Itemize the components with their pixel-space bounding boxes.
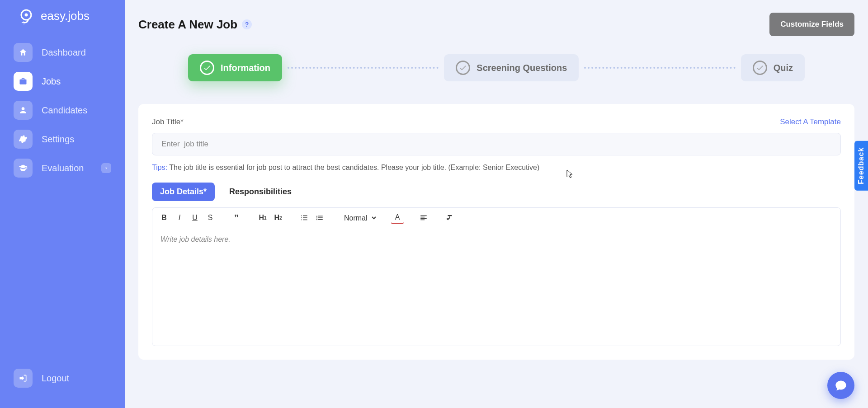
italic-icon[interactable]: I	[173, 211, 186, 224]
user-icon	[14, 101, 33, 120]
main-content: Create A New Job ? Customize Fields Info…	[125, 0, 868, 408]
svg-point-1	[25, 14, 28, 17]
step-information[interactable]: Information	[188, 54, 282, 81]
align-icon[interactable]	[417, 211, 430, 224]
brand-logo[interactable]: easy.jobs	[14, 7, 111, 25]
tips-label: Tips:	[152, 164, 167, 171]
sidebar-item-dashboard[interactable]: Dashboard	[14, 43, 111, 62]
tab-responsibilities[interactable]: Responsibilities	[221, 183, 300, 201]
tabs: Job Details* Responsibilities	[152, 183, 841, 201]
ordered-list-icon[interactable]	[298, 211, 311, 224]
page-header: Create A New Job ? Customize Fields	[138, 13, 854, 36]
tab-job-details[interactable]: Job Details*	[152, 183, 215, 201]
brand-name: easy.jobs	[41, 9, 90, 23]
stepper-connector	[288, 67, 439, 69]
editor-body[interactable]: Write job details here.	[152, 228, 840, 346]
sidebar-item-jobs[interactable]: Jobs	[14, 72, 111, 91]
check-circle-icon	[200, 61, 214, 75]
font-size-select[interactable]: Normal	[340, 212, 377, 224]
sidebar-item-evaluation[interactable]: Evaluation	[14, 159, 111, 178]
chat-icon	[835, 379, 847, 392]
step-label: Screening Questions	[476, 63, 567, 73]
graduation-icon	[14, 159, 33, 178]
step-quiz[interactable]: Quiz	[741, 54, 805, 81]
unordered-list-icon[interactable]	[313, 211, 326, 224]
form-card: Job Title* Select A Template Tips: The j…	[138, 104, 854, 360]
svg-point-3	[24, 23, 24, 24]
select-template-link[interactable]: Select A Template	[780, 117, 841, 127]
text-color-icon[interactable]: A	[391, 211, 404, 224]
check-circle-icon	[456, 61, 470, 75]
step-screening-questions[interactable]: Screening Questions	[444, 54, 579, 81]
logout-icon	[14, 369, 33, 388]
sidebar-item-label: Evaluation	[42, 163, 84, 174]
clear-format-icon[interactable]	[443, 211, 456, 224]
sidebar: easy.jobs Dashboard Jobs Candidates Set	[0, 0, 125, 408]
brand-logo-icon	[17, 7, 35, 25]
home-icon	[14, 43, 33, 62]
feedback-tab[interactable]: Feedback	[854, 141, 868, 191]
sidebar-item-label: Settings	[42, 134, 74, 145]
step-label: Quiz	[774, 63, 793, 73]
page-title: Create A New Job	[138, 18, 237, 32]
stepper: Information Screening Questions Quiz	[138, 54, 854, 104]
tips-body: The job title is essential for job post …	[167, 164, 539, 171]
sidebar-item-label: Dashboard	[42, 47, 86, 58]
heading2-icon[interactable]: H2	[272, 211, 284, 224]
logout-label: Logout	[42, 373, 69, 384]
sidebar-item-label: Candidates	[42, 105, 87, 116]
customize-fields-button[interactable]: Customize Fields	[769, 13, 854, 36]
heading1-icon[interactable]: H1	[256, 211, 269, 224]
underline-icon[interactable]: U	[189, 211, 201, 224]
chat-bubble-button[interactable]	[827, 372, 854, 399]
sidebar-item-candidates[interactable]: Candidates	[14, 101, 111, 120]
help-icon[interactable]: ?	[242, 19, 252, 29]
step-label: Information	[221, 63, 270, 73]
editor-toolbar: B I U S ” H1 H2 Normal	[152, 208, 840, 228]
strikethrough-icon[interactable]: S	[204, 211, 217, 224]
gear-icon	[14, 130, 33, 149]
stepper-connector	[584, 67, 735, 69]
sidebar-item-settings[interactable]: Settings	[14, 130, 111, 149]
sidebar-item-label: Jobs	[42, 76, 61, 87]
svg-point-2	[22, 22, 23, 23]
logout-button[interactable]: Logout	[14, 369, 111, 388]
tips-text: Tips: The job title is essential for job…	[152, 164, 841, 172]
check-circle-icon	[753, 61, 767, 75]
chevron-down-icon	[101, 163, 111, 173]
bold-icon[interactable]: B	[158, 211, 170, 224]
briefcase-icon	[14, 72, 33, 91]
quote-icon[interactable]: ”	[230, 211, 243, 224]
sidebar-nav: Dashboard Jobs Candidates Settings Evalu	[14, 43, 111, 369]
job-title-input[interactable]	[152, 133, 841, 155]
rich-text-editor: B I U S ” H1 H2 Normal	[152, 207, 841, 346]
job-title-label: Job Title*	[152, 117, 184, 127]
